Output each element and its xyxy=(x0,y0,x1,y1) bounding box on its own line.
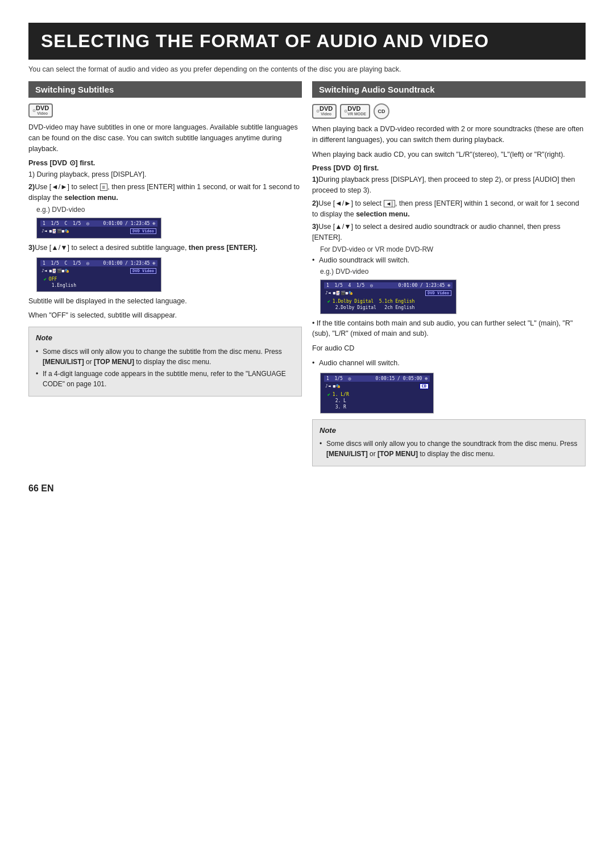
cd-badge: CD xyxy=(374,103,389,119)
switching-subtitles-header: Switching Subtitles xyxy=(28,81,302,98)
osd-menu-2: ✔ OFF 1.English xyxy=(40,276,157,289)
note-item-2: If a 4-digit language code appears in th… xyxy=(36,369,294,389)
step3-sub2: e.g.) DVD-video xyxy=(312,268,586,276)
osd-icons-row-2: ♪◄ ■🃏🎬■🎭 DVD Video xyxy=(40,268,157,274)
audio-step2: 2)Use [◄/►] to select ◄|, then press [EN… xyxy=(312,198,586,220)
after-osd2-1: Subtitle will be displayed in the select… xyxy=(28,296,302,307)
step3: 3)Use [▲/▼] to select a desired subtitle… xyxy=(28,243,302,253)
audio-dvd-icon-row: ⊙ DVD Video ⊙ DVD VR MODE CD xyxy=(312,103,586,119)
audio-body2: When playing back audio CD, you can swit… xyxy=(312,149,586,160)
step3-bullet1: Audio soundtrack will switch. xyxy=(312,255,586,266)
dvd-video-badge: ⊙ DVD Video xyxy=(28,103,53,118)
audio-body1: When playing back a DVD-video recorded w… xyxy=(312,124,586,145)
note-box-left: Note Some discs will only allow you to c… xyxy=(28,327,302,397)
for-audio-cd: For audio CD xyxy=(312,343,586,354)
page-number: 66 EN xyxy=(28,483,586,494)
osd-top-row-4: 1 1/5 ◎ 0:00:15 / 0:05:00 ⊕ xyxy=(324,375,430,382)
osd-menu-item-3-2: 2.Dolby Digital 2ch English xyxy=(327,304,449,311)
audio-step0: Press [DVD ⊙] first. xyxy=(312,164,586,172)
step1: 1) During playback, press [DISPLAY]. xyxy=(28,169,302,180)
osd-menu-item: 1.English xyxy=(44,282,154,289)
osd-top-row-3: 1 1/5 4 1/5 ◎ 0:01:00 / 1:23:45 ⊕ xyxy=(324,282,453,289)
note-title-left: Note xyxy=(36,332,294,344)
note-box-right: Note Some discs will only allow you to c… xyxy=(312,419,586,467)
osd-screen-4: 1 1/5 ◎ 0:00:15 / 0:05:00 ⊕ ♪◄ ■🎭 CD ✔ 1… xyxy=(320,373,434,414)
osd-top-row-1: 1 1/5 C 1/5 ◎ 0:01:00 / 1:23:45 ⊕ xyxy=(40,220,157,227)
osd-menu-3: ✔ 1.Dolby Digital 5.1ch English 2.Dolby … xyxy=(324,298,453,311)
osd-screen-3: 1 1/5 4 1/5 ◎ 0:01:00 / 1:23:45 ⊕ ♪◄ ■🃏🎬… xyxy=(320,279,457,314)
right-note-item-1: Some discs will only allow you to change… xyxy=(320,439,578,459)
osd-menu-4: ✔ 1. L/R 2. L 3. R xyxy=(324,391,430,411)
osd-icons-row-4: ♪◄ ■🎭 CD xyxy=(324,383,430,390)
switching-subtitles-section: Switching Subtitles ⊙ DVD Video DVD-vide… xyxy=(28,81,302,466)
two-column-layout: Switching Subtitles ⊙ DVD Video DVD-vide… xyxy=(28,81,586,466)
step2: 2)Use [◄/►] to select ≡, then press [ENT… xyxy=(28,182,302,203)
osd-menu-item: ✔ OFF xyxy=(44,276,154,282)
step0-bold: Press [DVD ⊙] first. xyxy=(28,158,302,167)
osd-menu-item-4-3: 3. R xyxy=(327,404,426,410)
osd-menu-item-4-1: ✔ 1. L/R xyxy=(327,391,426,398)
step3-sub1: For DVD-video or VR mode DVD-RW xyxy=(312,245,586,253)
osd-icons-row-1: ♪◄ ■🃏🎬■🎭 DVD Video xyxy=(40,228,157,235)
subtitles-body: DVD-video may have subtitles in one or m… xyxy=(28,122,302,154)
audio-dvd-vr-badge: ⊙ DVD VR MODE xyxy=(340,104,370,118)
osd-icons-row-3: ♪◄ ■🃏🎬■🎭 DVD Video xyxy=(324,290,453,297)
switching-audio-header: Switching Audio Soundtrack xyxy=(312,81,586,98)
osd-screen-1: 1 1/5 C 1/5 ◎ 0:01:00 / 1:23:45 ⊕ ♪◄ ■🃏🎬… xyxy=(36,218,161,239)
osd-top-row-2: 1 1/5 C 1/5 ◎ 0:01:00 / 1:23:45 ⊕ xyxy=(40,260,157,266)
osd-menu-item-4-2: 2. L xyxy=(327,398,426,404)
page-title: SELECTING THE FORMAT OF AUDIO AND VIDEO xyxy=(28,23,586,60)
audio-step1: 1)During playback press [DISPLAY], then … xyxy=(312,174,586,196)
osd-screen-2: 1 1/5 C 1/5 ◎ 0:01:00 / 1:23:45 ⊕ ♪◄ ■🃏🎬… xyxy=(36,257,161,292)
note-item-1: Some discs will only allow you to change… xyxy=(36,347,294,367)
switching-audio-section: Switching Audio Soundtrack ⊙ DVD Video ⊙… xyxy=(312,81,586,466)
audio-step3: 3)Use [▲/▼] to select a desired audio so… xyxy=(312,222,586,243)
intro-text: You can select the format of audio and v… xyxy=(28,65,586,73)
after-osd3: • If the title contains both main and su… xyxy=(312,318,586,340)
dvd-icon-row: ⊙ DVD Video xyxy=(28,103,302,118)
step2-sub: e.g.) DVD-video xyxy=(28,206,302,214)
audio-channel-bullet: Audio channel will switch. xyxy=(312,358,586,369)
osd-menu-item-3-1: ✔ 1.Dolby Digital 5.1ch English xyxy=(327,298,449,304)
note-title-right: Note xyxy=(320,425,578,436)
after-osd2-2: When "OFF" is selected, subtitle will di… xyxy=(28,310,302,321)
audio-dvd-video-badge: ⊙ DVD Video xyxy=(312,104,337,118)
